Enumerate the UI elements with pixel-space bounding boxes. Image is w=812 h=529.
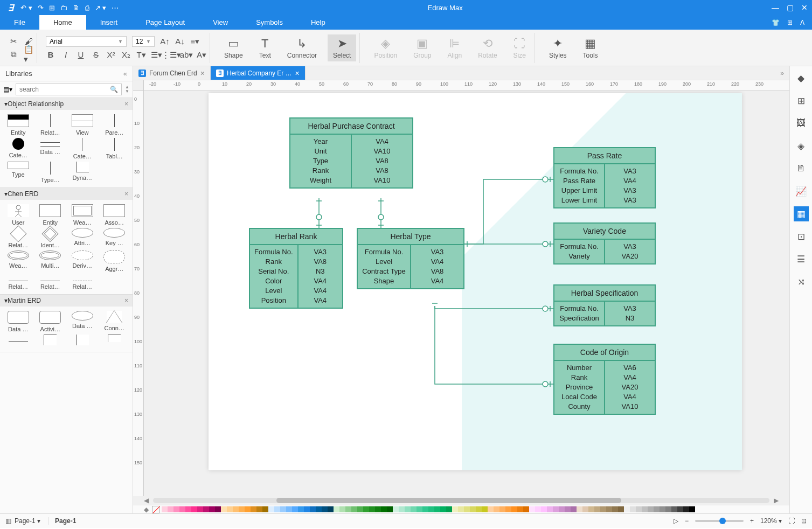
erd-herbal-spec[interactable]: Herbal Specification Formula No.Specific… bbox=[553, 284, 656, 326]
align-button[interactable]: ⊫Align bbox=[442, 34, 468, 61]
color-swatch[interactable] bbox=[565, 506, 571, 512]
color-swatch[interactable] bbox=[511, 506, 517, 512]
scroll-thumb[interactable] bbox=[276, 498, 622, 503]
lib-item[interactable]: Cate… bbox=[67, 138, 98, 159]
color-swatch[interactable] bbox=[434, 506, 440, 512]
font-shrink-icon[interactable]: A↓ bbox=[175, 37, 185, 46]
color-swatch[interactable] bbox=[671, 506, 677, 512]
erd-pass-rate[interactable]: Pass Rate Formula No.Pass RateUpper Limi… bbox=[553, 147, 656, 208]
no-color-swatch[interactable] bbox=[152, 506, 159, 513]
lib-item[interactable]: Ident… bbox=[36, 228, 66, 248]
shuffle-icon[interactable]: ⤭ bbox=[794, 274, 809, 289]
color-swatch[interactable] bbox=[559, 506, 565, 512]
color-swatch[interactable] bbox=[494, 506, 499, 512]
color-swatch[interactable] bbox=[280, 506, 286, 512]
scroll-right-icon[interactable]: ▶ bbox=[774, 497, 779, 504]
canvas[interactable]: Herbal Purchase Contract YearUnitTypeRan… bbox=[144, 91, 789, 496]
subscript-icon[interactable]: X₂ bbox=[121, 50, 131, 60]
close-section-icon[interactable]: × bbox=[124, 100, 128, 108]
color-swatch[interactable] bbox=[381, 506, 387, 512]
fullscreen-icon[interactable]: ⊡ bbox=[801, 517, 807, 525]
color-swatch[interactable] bbox=[292, 506, 298, 512]
color-swatch[interactable] bbox=[251, 506, 256, 512]
lib-item[interactable]: Asso… bbox=[100, 204, 130, 226]
erd-herbal-type[interactable]: Herbal Type Formula No.LevelContract Typ… bbox=[357, 228, 464, 289]
lib-item[interactable]: Aggr… bbox=[100, 250, 130, 272]
lib-item[interactable]: Data … bbox=[3, 311, 33, 332]
color-swatch[interactable] bbox=[209, 506, 215, 512]
color-swatch[interactable] bbox=[316, 506, 322, 512]
color-swatch[interactable] bbox=[535, 506, 541, 512]
color-swatch[interactable] bbox=[328, 506, 334, 512]
color-swatch[interactable] bbox=[517, 506, 523, 512]
eyedropper-icon[interactable]: ◆ bbox=[144, 506, 149, 513]
outline-icon[interactable]: ☰ bbox=[794, 252, 809, 267]
table-icon[interactable]: ▦ bbox=[794, 206, 809, 221]
lib-item[interactable]: User bbox=[3, 204, 33, 226]
search-icon[interactable]: 🔍 bbox=[110, 86, 118, 93]
color-swatch[interactable] bbox=[612, 506, 618, 512]
color-swatch[interactable] bbox=[594, 506, 600, 512]
lib-item[interactable]: Data … bbox=[36, 138, 66, 159]
color-swatch[interactable] bbox=[547, 506, 553, 512]
open-icon[interactable]: 🗀 bbox=[60, 4, 67, 12]
zoom-slider[interactable] bbox=[695, 520, 744, 522]
color-swatch[interactable] bbox=[274, 506, 280, 512]
color-swatch[interactable] bbox=[636, 506, 642, 512]
color-swatch[interactable] bbox=[191, 506, 197, 512]
color-swatch[interactable] bbox=[387, 506, 393, 512]
color-swatch[interactable] bbox=[363, 506, 369, 512]
zoom-in-icon[interactable]: + bbox=[750, 517, 754, 525]
color-swatch[interactable] bbox=[488, 506, 494, 512]
close-section-icon[interactable]: × bbox=[124, 190, 128, 198]
text-case-icon[interactable]: T▾ bbox=[136, 50, 146, 60]
lib-item[interactable] bbox=[67, 335, 98, 347]
color-swatch[interactable] bbox=[221, 506, 227, 512]
play-icon[interactable]: ▷ bbox=[674, 517, 678, 525]
font-grow-icon[interactable]: A↑ bbox=[160, 37, 170, 46]
save-icon[interactable]: 🗎 bbox=[73, 4, 80, 12]
lib-item[interactable]: Wea… bbox=[3, 250, 33, 272]
paste-icon[interactable]: 📋▾ bbox=[24, 50, 33, 59]
font-size-select[interactable]: 12▼ bbox=[132, 36, 155, 47]
color-swatch[interactable] bbox=[405, 506, 411, 512]
color-swatch[interactable] bbox=[173, 506, 179, 512]
lib-item[interactable]: Conn… bbox=[100, 311, 130, 332]
erd-variety-code[interactable]: Variety Code Formula No.VarietyVA3VA20 bbox=[553, 222, 656, 264]
color-swatch[interactable] bbox=[411, 506, 417, 512]
copy-icon[interactable]: ⧉ bbox=[9, 50, 18, 59]
lib-item[interactable]: Cate… bbox=[3, 138, 33, 159]
zoom-value[interactable]: 120% ▾ bbox=[760, 517, 782, 525]
bullets-icon[interactable]: ⋮☰▾ bbox=[166, 50, 176, 60]
color-swatch[interactable] bbox=[654, 506, 660, 512]
cut-icon[interactable]: ✂ bbox=[9, 37, 18, 46]
search-input[interactable] bbox=[19, 86, 110, 93]
grid-icon[interactable]: ⊞ bbox=[787, 19, 793, 26]
italic-icon[interactable]: I bbox=[61, 50, 71, 60]
menu-page-layout[interactable]: Page Layout bbox=[131, 15, 199, 30]
maximize-icon[interactable]: ▢ bbox=[787, 3, 794, 12]
print-icon[interactable]: ⎙ bbox=[85, 4, 89, 12]
color-swatch[interactable] bbox=[197, 506, 203, 512]
lib-item[interactable]: Deriv… bbox=[67, 250, 98, 272]
color-swatch[interactable] bbox=[523, 506, 529, 512]
export-icon[interactable]: ↗ ▾ bbox=[95, 4, 107, 12]
lib-item[interactable]: View bbox=[67, 114, 98, 136]
lib-item[interactable]: Relat… bbox=[36, 114, 66, 136]
menu-file[interactable]: File bbox=[0, 15, 39, 30]
lib-item[interactable]: Entity bbox=[3, 114, 33, 136]
font-color-icon[interactable]: A▾ bbox=[197, 50, 206, 60]
new-icon[interactable]: ⊞ bbox=[49, 4, 55, 12]
line-spacing-icon[interactable]: ☰▾ bbox=[151, 50, 161, 60]
color-swatch[interactable] bbox=[588, 506, 594, 512]
lib-item[interactable]: Wea… bbox=[67, 204, 98, 226]
color-swatch[interactable] bbox=[304, 506, 310, 512]
color-swatch[interactable] bbox=[505, 506, 511, 512]
color-swatch[interactable] bbox=[245, 506, 251, 512]
color-swatch[interactable] bbox=[168, 506, 173, 512]
color-swatch[interactable] bbox=[618, 506, 624, 512]
lib-item[interactable]: Entity bbox=[36, 204, 66, 226]
menu-symbols[interactable]: Symbols bbox=[242, 15, 297, 30]
undo-icon[interactable]: ↶ ▾ bbox=[20, 4, 32, 12]
fit-page-icon[interactable]: ⛶ bbox=[788, 517, 795, 525]
